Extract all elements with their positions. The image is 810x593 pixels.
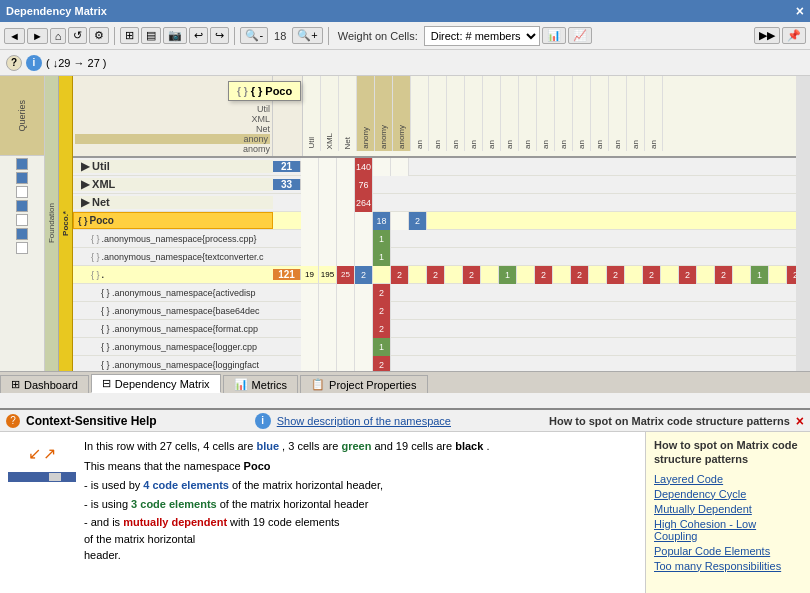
info-circle-icon: i — [255, 413, 271, 429]
zoom-btn[interactable]: ⊞ — [120, 27, 139, 44]
tab-metrics[interactable]: 📊 Metrics — [223, 375, 298, 393]
cell-util-1 — [319, 158, 337, 176]
tab-dependency-matrix[interactable]: ⊟ Dependency Matrix — [91, 374, 221, 393]
query-cb-5[interactable] — [16, 214, 28, 226]
col-h-util: Util — [303, 76, 321, 151]
help-text-content: In this row with 27 cells, 4 cells are b… — [84, 438, 489, 564]
query-cb-2[interactable] — [16, 172, 28, 184]
row-cells-anon4: 2 — [301, 302, 810, 320]
row-label-anon7: { } .anonymous_namespace{loggingfact — [73, 360, 273, 370]
row-cells-util: 140 — [301, 158, 810, 176]
row-anon3[interactable]: { } .anonymous_namespace{activedisp 2 — [73, 284, 810, 302]
help-icon[interactable]: ? — [6, 55, 22, 71]
cell-poco-6: 2 — [409, 212, 427, 230]
cell-xml-3: 76 — [355, 176, 373, 194]
home-button[interactable]: ⌂ — [50, 28, 67, 44]
row-cells-anon2: 1 — [301, 248, 810, 266]
tooltip-poco: { } { } Poco — [228, 81, 301, 101]
row-anon2[interactable]: { } .anonymous_namespace{textconverter.c… — [73, 248, 810, 266]
tab-bar: ⊞ Dashboard ⊟ Dependency Matrix 📊 Metric… — [0, 371, 810, 393]
row-label-dot: { } . — [73, 270, 273, 280]
row-anon1[interactable]: { } .anonymous_namespace{process.cpp} 1 — [73, 230, 810, 248]
row-cells-anon6: 1 — [301, 338, 810, 356]
refresh-button[interactable]: ↺ — [68, 27, 87, 44]
pattern-layered[interactable]: Layered Code — [654, 473, 802, 485]
row-anon7[interactable]: { } .anonymous_namespace{loggingfact 2 — [73, 356, 810, 371]
pattern-mutually-dep[interactable]: Mutually Dependent — [654, 503, 802, 515]
row-summary-text: In this row with 27 cells, 4 cells are — [84, 440, 253, 452]
zoom-out-btn[interactable]: 🔍- — [240, 27, 268, 44]
weight-select[interactable]: Direct: # members — [424, 26, 540, 46]
help-icons-col: ↙ ↗ — [8, 442, 76, 482]
row-net[interactable]: ▶ Net 264 — [73, 194, 810, 212]
blue-count: blue — [256, 440, 279, 452]
pattern-dep-cycle[interactable]: Dependency Cycle — [654, 488, 802, 500]
close-button[interactable]: × — [796, 3, 804, 19]
pattern-too-many[interactable]: Too many Responsibilities — [654, 560, 802, 572]
help-line5: of the matrix horizontal — [84, 531, 489, 548]
metrics-icon: 📊 — [234, 378, 248, 391]
undo-btn[interactable]: ↩ — [189, 27, 208, 44]
row-label-anon6: { } .anonymous_namespace{logger.cpp — [73, 342, 273, 352]
props-icon: 📋 — [311, 378, 325, 391]
cell-util-4 — [373, 158, 391, 176]
row-anon5[interactable]: { } .anonymous_namespace{format.cpp 2 — [73, 320, 810, 338]
cell-xml-1 — [319, 176, 337, 194]
row-util[interactable]: ▶ Util 21 140 — [73, 158, 810, 176]
query-cb-1[interactable] — [16, 158, 28, 170]
extra-btn[interactable]: ▶▶ — [754, 27, 780, 44]
dashboard-icon: ⊞ — [11, 378, 20, 391]
close-panel-button[interactable]: × — [796, 414, 804, 428]
col-h-an8: an — [537, 76, 555, 151]
col-h-net: Net — [339, 76, 357, 151]
vertical-scrollbar[interactable] — [796, 76, 810, 371]
camera-btn[interactable]: 📷 — [163, 27, 187, 44]
row-cells-anon1: 1 — [301, 230, 810, 248]
cell-poco-4: 18 — [373, 212, 391, 230]
cell-poco-3 — [355, 212, 373, 230]
arrows-icon: ↙ ↗ — [28, 442, 56, 466]
redo-btn[interactable]: ↪ — [210, 27, 229, 44]
pattern-high-cohesion[interactable]: High Cohesion - Low Coupling — [654, 518, 802, 542]
row-label-xml: ▶ XML — [73, 178, 273, 191]
col-h-an2: an — [429, 76, 447, 151]
cell-num-dot: 121 — [273, 269, 301, 280]
line4d: of the matrix horizontal — [84, 533, 195, 545]
cell-poco-5 — [391, 212, 409, 230]
row-label-poco: { } Poco — [73, 212, 273, 229]
row-dot[interactable]: { } . 121 19 195 25 2 2 2 2 1 — [73, 266, 810, 284]
row-label-util: ▶ Util — [73, 160, 273, 173]
layout-btn[interactable]: ▤ — [141, 27, 161, 44]
col-h-an9: an — [555, 76, 573, 151]
tab-dashboard[interactable]: ⊞ Dashboard — [0, 375, 89, 393]
matrix-rows-container: ▶ Util 21 140 ▶ XML 33 — [73, 158, 810, 371]
row-anon4[interactable]: { } .anonymous_namespace{base64dec 2 — [73, 302, 810, 320]
cell-util-2 — [337, 158, 355, 176]
weight-btn2[interactable]: 📈 — [568, 27, 592, 44]
bottom-panel-header: ? Context-Sensitive Help i Show descript… — [0, 410, 810, 432]
query-cb-6[interactable] — [16, 228, 28, 240]
query-cb-4[interactable] — [16, 200, 28, 212]
query-cb-7[interactable] — [16, 242, 28, 254]
row-anon6[interactable]: { } .anonymous_namespace{logger.cpp 1 — [73, 338, 810, 356]
tab-project-properties[interactable]: 📋 Project Properties — [300, 375, 427, 393]
col-h-an12: an — [609, 76, 627, 151]
help-line3: - is using 3 code elements of the matrix… — [84, 496, 489, 513]
settings-button[interactable]: ⚙ — [89, 27, 109, 44]
row-poco[interactable]: { } Poco 18 2 — [73, 212, 810, 230]
tab-dashboard-label: Dashboard — [24, 379, 78, 391]
forward-button[interactable]: ► — [27, 28, 48, 44]
query-cb-3[interactable] — [16, 186, 28, 198]
back-button[interactable]: ◄ — [4, 28, 25, 44]
pattern-popular[interactable]: Popular Code Elements — [654, 545, 802, 557]
col-h-an5: an — [483, 76, 501, 151]
row-cells-xml: 76 — [301, 176, 810, 194]
line2b: 4 code elements — [143, 479, 229, 491]
show-description-link[interactable]: Show description of the namespace — [277, 415, 451, 427]
cell-util-3: 140 — [355, 158, 373, 176]
zoom-in-btn[interactable]: 🔍+ — [292, 27, 322, 44]
row-xml[interactable]: ▶ XML 33 76 — [73, 176, 810, 194]
bar-icon — [8, 472, 76, 482]
pin-btn[interactable]: 📌 — [782, 27, 806, 44]
weight-btn1[interactable]: 📊 — [542, 27, 566, 44]
